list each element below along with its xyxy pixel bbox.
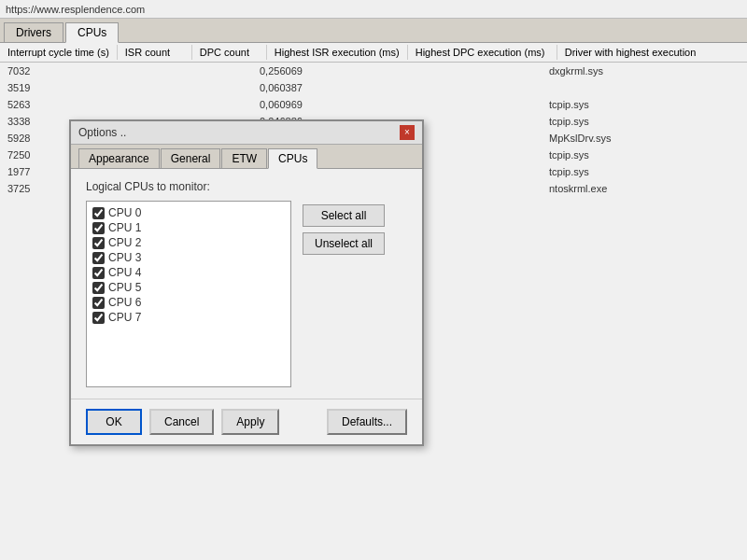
cancel-button[interactable]: Cancel	[149, 409, 214, 435]
cpu-action-buttons: Select all Unselect all	[303, 201, 385, 387]
cpu-1-checkbox[interactable]	[92, 222, 105, 234]
unselect-all-button[interactable]: Unselect all	[303, 232, 385, 255]
table-row: 5263 0,060969 tcpip.sys	[0, 96, 747, 113]
tab-appearance[interactable]: Appearance	[78, 148, 160, 168]
cpu-6-checkbox[interactable]	[92, 297, 105, 309]
cpu-list-container: CPU 0 CPU 1 CPU 2 CPU 3	[86, 201, 407, 387]
col-header-highest-dpc: Highest DPC execution (ms)	[408, 45, 557, 60]
tab-etw[interactable]: ETW	[221, 148, 267, 168]
col-header-dpc: DPC count	[192, 45, 267, 60]
list-item: CPU 0	[91, 205, 287, 220]
apply-button[interactable]: Apply	[221, 409, 279, 435]
tab-general[interactable]: General	[161, 148, 221, 168]
defaults-button[interactable]: Defaults...	[327, 409, 407, 435]
cpu-4-checkbox[interactable]	[92, 267, 105, 279]
list-item: CPU 3	[91, 250, 287, 265]
cpu-5-label: CPU 5	[108, 281, 141, 294]
dialog-title: Options ..	[78, 126, 126, 139]
dialog-close-button[interactable]: ×	[400, 125, 415, 140]
browser-url: https://www.resplendence.com	[6, 4, 145, 15]
cpu-0-label: CPU 0	[108, 206, 141, 219]
cpu-3-checkbox[interactable]	[92, 252, 105, 264]
top-tabs: Drivers CPUs	[0, 19, 747, 43]
col-header-interrupt: Interrupt cycle time (s)	[0, 45, 118, 60]
select-all-button[interactable]: Select all	[303, 204, 385, 227]
tab-drivers[interactable]: Drivers	[4, 22, 63, 42]
cpu-2-checkbox[interactable]	[92, 237, 105, 249]
tab-cpus[interactable]: CPUs	[65, 22, 119, 43]
cpu-7-checkbox[interactable]	[92, 312, 105, 324]
table-row: 7032 0,256069 dxgkrml.sys	[0, 63, 747, 79]
app-area: Drivers CPUs Interrupt cycle time (s) IS…	[0, 19, 747, 560]
list-item: CPU 1	[91, 220, 287, 235]
tab-cpus-dialog[interactable]: CPUs	[268, 148, 317, 169]
cpu-3-label: CPU 3	[108, 251, 141, 264]
cpu-2-label: CPU 2	[108, 236, 141, 249]
cpu-0-checkbox[interactable]	[92, 207, 105, 219]
ok-button[interactable]: OK	[86, 409, 142, 435]
browser-bar: https://www.resplendence.com	[0, 0, 747, 19]
dialog-footer: OK Cancel Apply Defaults...	[71, 399, 422, 444]
col-header-isr: ISR count	[118, 45, 192, 60]
col-header-highest-isr: Highest ISR execution (ms)	[267, 45, 408, 60]
list-item: CPU 4	[91, 265, 287, 280]
list-item: CPU 5	[91, 280, 287, 295]
cpu-list[interactable]: CPU 0 CPU 1 CPU 2 CPU 3	[86, 201, 291, 387]
dialog-titlebar: Options .. ×	[71, 121, 422, 145]
list-item: CPU 7	[91, 310, 287, 325]
col-header-driver: Driver with highest execution	[557, 45, 707, 60]
list-item: CPU 2	[91, 235, 287, 250]
cpu-6-label: CPU 6	[108, 296, 141, 309]
dialog-content: Logical CPUs to monitor: CPU 0 CPU 1 CPU…	[71, 169, 422, 399]
cpus-label: Logical CPUs to monitor:	[86, 180, 407, 193]
dialog-tabs: Appearance General ETW CPUs	[71, 145, 422, 169]
table-row: 3519 0,060387	[0, 79, 747, 96]
cpu-1-label: CPU 1	[108, 221, 141, 234]
cpu-7-label: CPU 7	[108, 311, 141, 324]
list-item: CPU 6	[91, 295, 287, 310]
options-dialog: Options .. × Appearance General ETW CPUs…	[69, 119, 424, 446]
cpu-4-label: CPU 4	[108, 266, 141, 279]
cpu-5-checkbox[interactable]	[92, 282, 105, 294]
